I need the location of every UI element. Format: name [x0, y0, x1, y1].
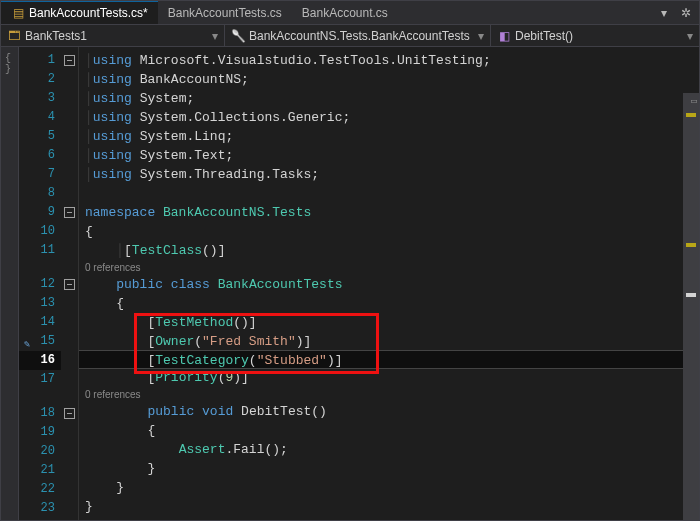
- chevron-down-icon: ▾: [478, 29, 484, 43]
- project-icon: 🗔: [7, 29, 21, 43]
- indicator-margin: { }: [1, 47, 19, 520]
- codelens-class[interactable]: 0 references: [79, 260, 699, 275]
- chevron-down-icon: ▾: [687, 29, 693, 43]
- nav-class-label: BankAccountNS.Tests.BankAccountTests: [249, 29, 470, 43]
- nav-scope-label: BankTests1: [25, 29, 87, 43]
- tab-label: BankAccountTests.cs*: [29, 6, 148, 20]
- code-area[interactable]: │using Microsoft.Visualstudio.TestTools.…: [79, 47, 699, 520]
- file-icon: ▤: [11, 6, 25, 20]
- tab-label: BankAccountTests.cs: [168, 6, 282, 20]
- tab-bar: ▤ BankAccountTests.cs* BankAccountTests.…: [1, 1, 699, 25]
- tab-label: BankAccount.cs: [302, 6, 388, 20]
- nav-member[interactable]: ◧ DebitTest() ▾: [491, 25, 699, 46]
- tab-bankaccounttests-modified[interactable]: ▤ BankAccountTests.cs*: [1, 1, 158, 24]
- class-icon: 🥄: [231, 29, 245, 43]
- vertical-scrollbar[interactable]: [683, 93, 699, 520]
- line-number-gutter: 1234 5678 91011 12131415 1617 18192021 2…: [19, 47, 61, 520]
- chevron-down-icon: ▾: [212, 29, 218, 43]
- gear-icon[interactable]: ✲: [679, 6, 693, 20]
- split-icon[interactable]: ▭: [691, 95, 697, 107]
- nav-scope[interactable]: 🗔 BankTests1 ▾: [1, 25, 225, 46]
- nav-class[interactable]: 🥄 BankAccountNS.Tests.BankAccountTests ▾: [225, 25, 491, 46]
- nav-bar: 🗔 BankTests1 ▾ 🥄 BankAccountNS.Tests.Ban…: [1, 25, 699, 47]
- tab-bankaccount[interactable]: BankAccount.cs: [292, 1, 398, 24]
- method-icon: ◧: [497, 29, 511, 43]
- code-editor[interactable]: { } 1234 5678 91011 12131415 1617 181920…: [1, 47, 699, 520]
- folding-margin[interactable]: [61, 47, 79, 520]
- nav-member-label: DebitTest(): [515, 29, 573, 43]
- tab-bankaccounttests[interactable]: BankAccountTests.cs: [158, 1, 292, 24]
- codelens-method[interactable]: 0 references: [79, 387, 699, 402]
- edit-glyph-icon: ✎: [24, 338, 30, 350]
- dropdown-icon[interactable]: ▾: [657, 6, 671, 20]
